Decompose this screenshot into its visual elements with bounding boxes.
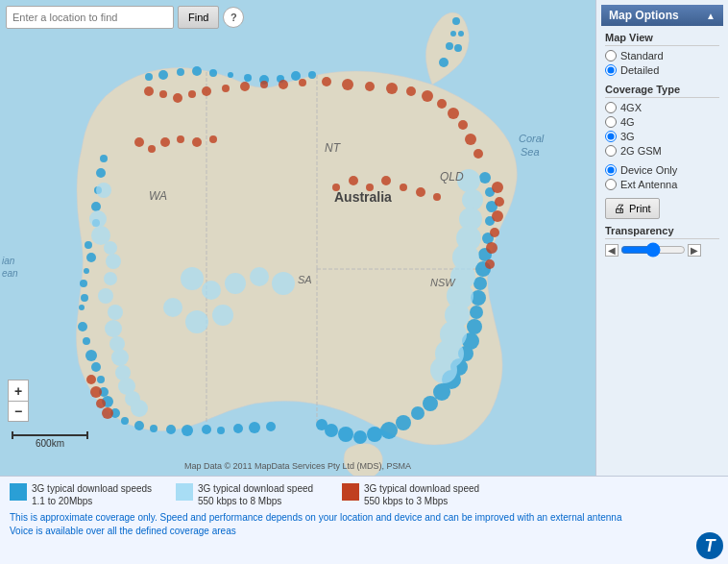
scale-bar: 600km	[12, 434, 88, 449]
map-view-detailed-label: Detailed	[620, 64, 659, 76]
legend-text-red: 3G typical download speed 550 kbps to 3 …	[364, 482, 489, 507]
svg-point-21	[150, 425, 158, 432]
ext-antenna-radio[interactable]	[605, 179, 617, 190]
svg-point-51	[338, 427, 353, 442]
print-button[interactable]: 🖨 Print	[605, 198, 660, 219]
coverage-4g-option[interactable]: 4G	[605, 116, 719, 128]
svg-text:Sea: Sea	[521, 146, 540, 158]
map-view-detailed-option[interactable]: Detailed	[605, 64, 719, 76]
svg-point-117	[260, 81, 268, 88]
map-container: WA NT Australia QLD SA NSW Coral Sea ian…	[0, 0, 595, 476]
svg-point-108	[89, 210, 107, 228]
svg-point-106	[430, 356, 457, 383]
nsw-label: NSW	[430, 277, 456, 288]
svg-point-144	[349, 176, 358, 185]
coverage-4gx-label: 4GX	[620, 102, 642, 113]
svg-point-116	[240, 82, 250, 91]
zoom-in-button[interactable]: +	[8, 380, 29, 401]
svg-point-19	[121, 417, 129, 425]
svg-point-72	[96, 168, 106, 178]
coverage-4g-radio[interactable]	[605, 116, 617, 128]
legend-item-red: 3G typical download speed 550 kbps to 3 …	[342, 482, 489, 507]
slider-left-arrow[interactable]: ◀	[605, 244, 619, 257]
device-only-radio[interactable]	[605, 164, 617, 176]
svg-point-71	[100, 155, 108, 162]
svg-point-36	[473, 277, 487, 290]
slider-right-arrow[interactable]: ▶	[688, 244, 701, 257]
svg-point-138	[495, 197, 504, 207]
search-input[interactable]	[6, 6, 174, 29]
find-button[interactable]: Find	[178, 6, 219, 29]
device-only-label: Device Only	[620, 164, 677, 176]
telstra-t-icon: T	[696, 532, 723, 559]
map-svg[interactable]: WA NT Australia QLD SA NSW Coral Sea ian…	[0, 0, 595, 476]
svg-point-59	[228, 72, 233, 78]
svg-point-92	[272, 272, 295, 295]
svg-point-48	[380, 422, 398, 439]
legend-note: This is approximate coverage only. Speed…	[10, 511, 718, 538]
help-button[interactable]: ?	[223, 7, 244, 28]
map-options-header[interactable]: Map Options ▲	[601, 5, 723, 26]
coverage-4gx-option[interactable]: 4GX	[605, 102, 719, 113]
coverage-4gx-radio[interactable]	[605, 102, 617, 113]
legend-color-red	[342, 483, 359, 501]
svg-point-20	[134, 421, 144, 430]
svg-point-47	[396, 415, 411, 430]
svg-point-136	[209, 135, 217, 143]
svg-point-124	[406, 86, 416, 96]
svg-point-93	[163, 298, 182, 317]
map-view-standard-option[interactable]: Standard	[605, 50, 719, 61]
svg-point-22	[166, 425, 176, 434]
svg-point-142	[485, 259, 495, 269]
svg-point-152	[96, 399, 106, 408]
transparency-slider[interactable]	[620, 243, 686, 257]
australia-label: Australia	[334, 189, 392, 205]
svg-point-74	[91, 202, 101, 211]
svg-point-26	[233, 424, 243, 433]
svg-point-94	[185, 310, 208, 333]
transparency-section: Transparency ◀ ▶	[605, 225, 719, 257]
svg-point-9	[86, 253, 96, 262]
svg-point-127	[448, 108, 459, 119]
svg-point-70	[454, 44, 462, 52]
scale-line	[12, 434, 88, 436]
slider-container: ◀ ▶	[605, 243, 719, 257]
svg-point-55	[158, 70, 168, 80]
coverage-type-section: Coverage Type 4GX 4G 3G 2G GSM	[605, 84, 719, 157]
svg-point-14	[91, 362, 101, 372]
coverage-type-title: Coverage Type	[605, 84, 719, 98]
svg-point-134	[177, 135, 184, 143]
svg-point-13	[85, 350, 97, 361]
svg-point-15	[97, 376, 105, 383]
svg-point-150	[86, 375, 96, 384]
svg-point-151	[90, 386, 102, 398]
svg-point-123	[386, 83, 398, 94]
ext-antenna-option[interactable]: Ext Antenna	[605, 179, 719, 190]
svg-point-5	[81, 294, 88, 302]
coverage-3g-radio[interactable]	[605, 131, 617, 142]
zoom-out-button[interactable]: −	[8, 401, 29, 422]
svg-point-147	[400, 184, 407, 191]
svg-point-10	[85, 241, 92, 249]
svg-point-153	[102, 407, 113, 419]
svg-point-97	[462, 189, 483, 210]
svg-point-140	[490, 228, 499, 237]
svg-point-29	[479, 172, 491, 184]
map-options-arrow: ▲	[706, 11, 716, 21]
svg-point-119	[299, 79, 306, 86]
map-options-label: Map Options	[609, 9, 679, 22]
svg-point-122	[365, 82, 375, 91]
svg-point-95	[212, 305, 233, 326]
svg-point-83	[111, 349, 129, 366]
print-label: Print	[629, 203, 651, 214]
wa-label: WA	[149, 189, 167, 203]
map-view-detailed-radio[interactable]	[605, 64, 617, 76]
svg-point-66	[446, 42, 453, 50]
device-only-option[interactable]: Device Only	[605, 164, 719, 176]
coverage-3g-option[interactable]: 3G	[605, 131, 719, 142]
map-view-title: Map View	[605, 32, 719, 46]
svg-point-56	[177, 68, 184, 76]
map-view-standard-radio[interactable]	[605, 50, 617, 61]
coverage-2ggsm-radio[interactable]	[605, 145, 617, 157]
coverage-2ggsm-option[interactable]: 2G GSM	[605, 145, 719, 157]
